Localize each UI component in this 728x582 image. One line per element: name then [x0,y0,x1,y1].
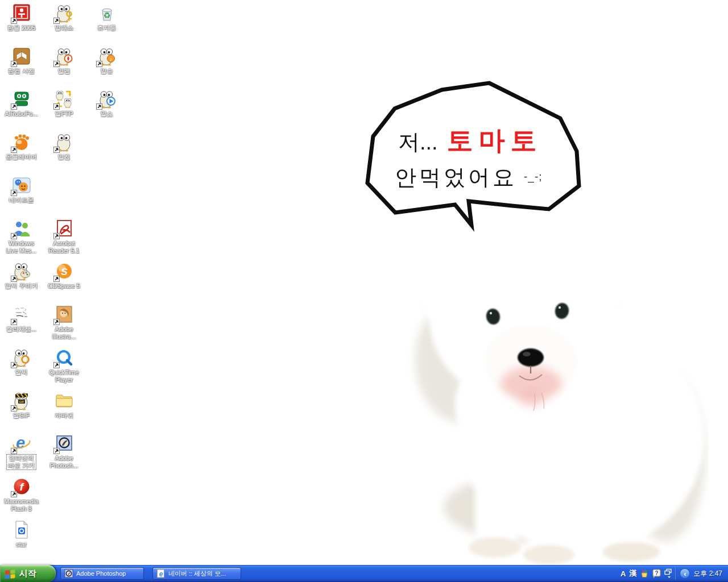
bubble-text-black: 저... [398,130,438,154]
svg-text:♻: ♻ [103,11,110,20]
desktop-icon-macromedia-flash8[interactable]: f Macromedia Flash 8 [0,477,43,513]
icon-label: 알GIF [12,412,31,419]
almap-icon [55,47,74,66]
desktop-icon-almap[interactable]: 알맵 [43,47,85,75]
bubble-emoticon: -_-; [524,171,543,182]
shortcut-arrow-icon [11,362,17,368]
shortcut-arrow-icon [53,103,60,110]
icon-label: AiRoboFo... [3,110,39,118]
acrobat-reader-icon [55,219,74,238]
icon-label: 알맵 [57,68,72,75]
desktop-icon-alpass[interactable]: 알패스 [43,3,85,32]
icon-label: 알쇼 [100,110,114,118]
ime-hanja-indicator[interactable]: 漢 [629,568,636,579]
shortcut-arrow-icon [96,103,102,110]
alshow-icon [97,89,117,109]
icon-label-selected: 인터넷의 바로 가기 [7,455,36,469]
task-label: 네이버 :: 세상의 모... [168,569,226,578]
desktop-icon-algif[interactable]: GIF 알GIF [0,391,43,419]
desktop-icon-adobe-illustrator[interactable]: Adobe Illustra... [43,305,85,340]
desktop-icon-quicktime[interactable]: QuickTime Player [43,348,85,384]
system-tray: A 漢 ? ‹ 오후 2:47 [617,565,728,582]
recycle-bin-icon: ♻ [97,3,117,23]
icon-label: star [15,541,27,548]
desktop-icon-cdspace[interactable]: S CDSpace 5 [43,261,85,290]
desktop-icon-windows-live-messenger[interactable]: Windows Live Mes... [0,219,43,255]
svg-text:♪: ♪ [109,56,112,62]
tray-divider [675,567,676,580]
desktop-icon-recycle-bin[interactable]: ♻ 휴지통 [85,3,128,32]
icon-label: 곰플레이어 [5,153,38,161]
icon-label: QuickTime Player [48,369,80,384]
shortcut-arrow-icon [11,147,17,153]
ime-language-indicator[interactable]: A [621,569,626,578]
desktop-icon-alsee-decorate[interactable]: 알씨 꾸미기 [0,261,43,290]
taskbar-task-photoshop[interactable]: Adobe Photoshop [60,567,144,580]
svg-text:?: ? [655,570,659,576]
svg-text:S: S [61,267,68,277]
shortcut-arrow-icon [53,276,60,282]
desktop-icon-internet-shortcut[interactable]: e 인터넷의 바로 가기 [0,434,43,469]
shortcut-arrow-icon [11,18,17,24]
icon-label: Adobe Illustra... [51,326,77,340]
shortcut-arrow-icon [11,276,17,282]
star-file-icon [12,520,31,539]
shortcut-arrow-icon [11,190,17,196]
desktop: 한글 2005 알패스 ♻ 휴지통 한컴 사전 [0,0,728,565]
alsee-icon [12,348,31,367]
show-hidden-icons-button[interactable]: ‹ [680,568,690,579]
windows-xp-desktop: 한글 2005 알패스 ♻ 휴지통 한컴 사전 [0,0,728,582]
callichesam-icon [12,305,31,324]
desktop-icon-acrobat-reader[interactable]: Acrobat Reader 5.1 [43,219,85,255]
desktop-icon-star-file[interactable]: star [0,520,43,548]
icon-label: Adobe Photosh... [49,455,80,469]
internet-explorer-task-icon: e [156,569,166,578]
internet-explorer-icon: e [12,434,31,453]
alsee-decorate-icon [12,261,31,281]
icon-label: 알씨 꾸미기 [3,282,39,290]
shortcut-arrow-icon [53,61,60,67]
taskbar-task-naver[interactable]: e 네이버 :: 세상의 모... [152,567,241,580]
desktop-icon-alsee[interactable]: 알씨 [0,348,43,376]
svg-text:e: e [15,434,24,452]
icon-label: 네이트온 [8,197,35,204]
icon-label: Acrobat Reader 5.1 [47,240,80,255]
airoboform-icon [12,89,31,109]
speech-bubble: 저...토마토 안먹었어요-_-; [358,76,587,232]
alpass-icon [55,3,74,23]
desktop-icon-gom-player[interactable]: 곰플레이어 [0,132,43,161]
desktop-icon-nateon[interactable]: 네이트온 [0,176,43,204]
bubble-text-line2: 안먹었어요-_-; [395,163,543,192]
ime-help-icon[interactable]: ? [652,569,661,578]
language-bar-restore-icon[interactable] [664,568,672,579]
windows-logo-icon [5,568,16,579]
windows-live-messenger-icon [12,219,31,238]
icon-label: 알집 [57,153,72,161]
ime-pad-icon[interactable] [640,569,649,578]
desktop-icon-alsong[interactable]: ♪ 알송 [85,47,128,75]
shortcut-arrow-icon [11,405,17,411]
taskbar: 시작 Adobe Photoshop e 네이버 :: 세상의 모... A 漢 [0,565,728,582]
flash8-icon: f [12,477,31,496]
desktop-icon-hangul-2005[interactable]: 한글 2005 [0,3,43,32]
photoshop-task-icon [64,569,73,578]
start-button[interactable]: 시작 [0,565,56,582]
desktop-icon-alshow[interactable]: 알쇼 [85,89,128,118]
desktop-icon-callichesam[interactable]: 캘리체샘... [0,305,43,333]
alsong-icon: ♪ [97,47,117,66]
desktop-icon-kkamagwi-folder[interactable]: 까마귀 [43,391,85,419]
alzip-icon [55,132,74,152]
clock: 오후 2:47 [693,569,722,579]
adobe-illustrator-icon [55,305,74,324]
shortcut-arrow-icon [11,61,17,67]
desktop-icon-alzip[interactable]: 알집 [43,132,85,161]
desktop-icon-alftp[interactable]: 알FTP [43,89,85,118]
desktop-icon-adobe-photoshop[interactable]: Adobe Photosh... [43,434,85,469]
desktop-icon-airoboform[interactable]: AiRoboFo... [0,89,43,118]
icon-label: Macromedia Flash 8 [3,498,40,513]
desktop-icon-hancom-dict[interactable]: 한컴 사전 [0,47,43,75]
icon-label: 한글 2005 [6,24,37,32]
bubble-text-tomato: 토마토 [447,126,543,155]
hancom-dict-icon [12,47,31,66]
shortcut-arrow-icon [11,103,17,110]
